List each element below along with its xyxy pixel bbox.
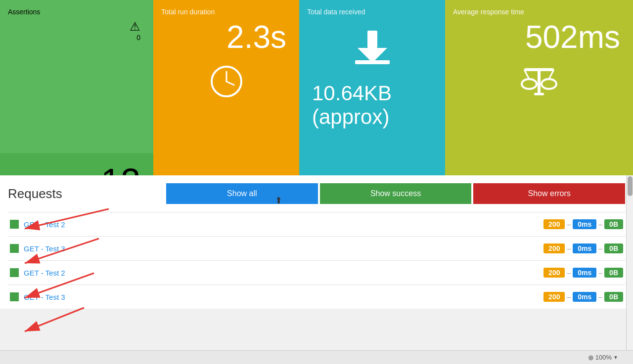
table-row[interactable]: GET - Test 2 200 – 0ms – 0B [8, 260, 625, 284]
show-success-button[interactable]: Show success [320, 183, 472, 204]
data-value-line2: (approx) [307, 105, 437, 129]
time-badge: 0ms [573, 243, 596, 253]
separator-2: – [598, 293, 602, 301]
request-badges: 200 – 0ms – 0B [543, 219, 623, 229]
size-badge: 0B [604, 243, 623, 253]
zoom-level: 100% [595, 354, 612, 361]
requests-title: Requests [8, 186, 156, 202]
svg-rect-3 [367, 31, 377, 48]
time-badge: 0ms [573, 268, 596, 278]
separator-2: – [598, 220, 602, 228]
request-name[interactable]: GET - Test 3 [24, 244, 543, 253]
scale-icon [453, 64, 625, 99]
show-all-button[interactable]: Show all [166, 183, 318, 204]
separator-1: – [567, 293, 571, 301]
svg-line-16 [25, 308, 84, 331]
warning-icon: ⚠ [8, 20, 145, 34]
data-value-line1: 10.64KB [307, 81, 437, 105]
top-tiles: Assertions ⚠ 0 12 ✓ Total run duration 2… [0, 0, 633, 175]
separator-1: – [567, 244, 571, 252]
status-indicator [10, 244, 19, 253]
svg-rect-12 [534, 93, 544, 95]
duration-value: 2.3s [161, 20, 291, 54]
request-badges: 200 – 0ms – 0B [543, 292, 623, 302]
svg-rect-5 [355, 60, 390, 64]
scroll-thumb[interactable] [628, 176, 633, 196]
assertions-tile-top: Assertions ⚠ 0 [0, 0, 153, 153]
show-errors-button[interactable]: Show errors [473, 183, 625, 204]
status-indicator [10, 292, 19, 301]
assertions-title: Assertions [8, 8, 145, 16]
duration-title: Total run duration [161, 8, 291, 16]
request-name[interactable]: GET - Test 3 [24, 293, 543, 301]
assertions-tile: Assertions ⚠ 0 12 ✓ [0, 0, 153, 175]
assertions-warning-count: 0 [8, 34, 145, 41]
size-badge: 0B [604, 292, 623, 302]
status-indicator [10, 268, 19, 277]
status-badge: 200 [543, 268, 565, 278]
clock-icon [161, 64, 291, 99]
svg-rect-7 [524, 68, 554, 71]
time-badge: 0ms [573, 219, 596, 229]
size-badge: 0B [604, 219, 623, 229]
svg-rect-6 [538, 69, 541, 94]
response-tile: Average response time 502ms [445, 0, 633, 175]
download-icon [307, 31, 437, 72]
table-row[interactable]: GET - Test 2 200 – 0ms – 0B [8, 212, 625, 236]
table-row[interactable]: GET - Test 3 200 – 0ms – 0B [8, 284, 625, 309]
status-badge: 200 [543, 219, 565, 229]
data-tile: Total data received 10.64KB (approx) [299, 0, 445, 175]
bottom-bar: ⊕ 100% ▼ [0, 350, 633, 364]
request-badges: 200 – 0ms – 0B [543, 268, 623, 278]
svg-line-2 [226, 81, 234, 85]
separator-2: – [598, 269, 602, 277]
time-badge: 0ms [573, 292, 596, 302]
dropdown-arrow-icon: ▼ [613, 355, 618, 360]
table-row[interactable]: GET - Test 3 200 – 0ms – 0B [8, 236, 625, 260]
svg-point-9 [542, 79, 556, 89]
response-title: Average response time [453, 8, 625, 16]
status-indicator [10, 220, 19, 229]
status-badge: 200 [543, 243, 565, 253]
request-list: GET - Test 2 200 – 0ms – 0B GET - Test 3… [8, 212, 625, 309]
requests-header: Requests Show all Show success Show erro… [8, 175, 625, 212]
zoom-icon: ⊕ [588, 354, 594, 362]
request-name[interactable]: GET - Test 2 [24, 269, 543, 277]
duration-tile: Total run duration 2.3s [153, 0, 299, 175]
separator-2: – [598, 244, 602, 252]
request-name[interactable]: GET - Test 2 [24, 220, 543, 229]
size-badge: 0B [604, 268, 623, 278]
filter-buttons: Show all Show success Show errors [166, 183, 625, 204]
request-badges: 200 – 0ms – 0B [543, 243, 623, 253]
data-title: Total data received [307, 8, 437, 16]
requests-section: Requests Show all Show success Show erro… [0, 175, 633, 309]
scrollbar[interactable] [626, 175, 633, 350]
svg-point-8 [522, 79, 537, 89]
status-badge: 200 [543, 292, 565, 302]
separator-1: – [567, 269, 571, 277]
separator-1: – [567, 220, 571, 228]
response-value: 502ms [453, 20, 625, 54]
